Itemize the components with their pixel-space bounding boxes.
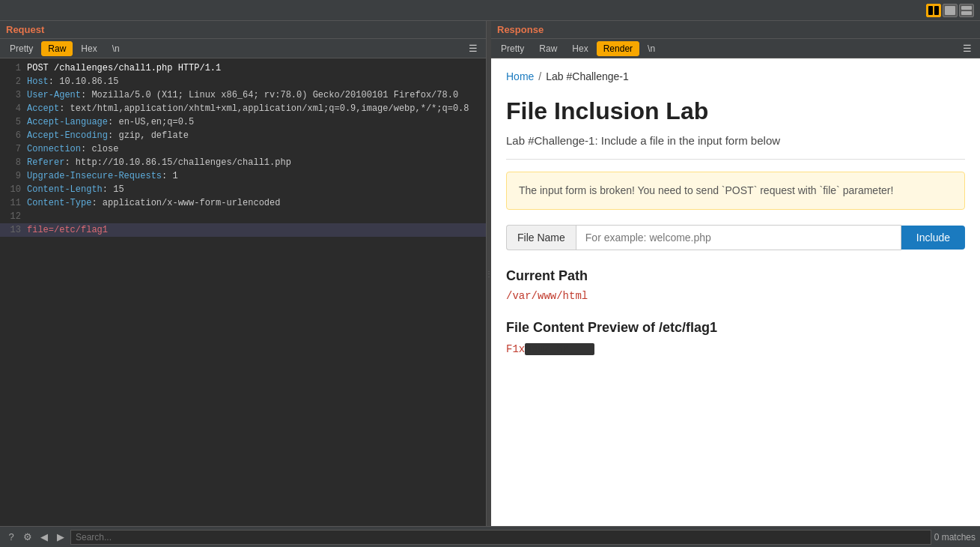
flag-value: F1xNpuZ_5r____ xyxy=(506,343,594,355)
response-panel: Response Pretty Raw Hex Render \n ☰ Home… xyxy=(491,21,980,526)
svg-rect-3 xyxy=(961,6,972,10)
code-line-9: 9 Upgrade-Insecure-Requests: 1 xyxy=(0,169,486,183)
file-preview-title: File Content Preview of /etc/flag1 xyxy=(506,320,965,336)
code-line-7: 7 Connection: close xyxy=(0,142,486,156)
tab-pretty-request[interactable]: Pretty xyxy=(3,41,40,56)
request-panel: Request Pretty Raw Hex \n ☰ 1 POST /chal… xyxy=(0,21,487,526)
response-content-area: Home / Lab #Challenge-1 File Inclusion L… xyxy=(491,58,980,526)
request-panel-header: Request xyxy=(0,21,486,39)
flag-redacted: NpuZ_5r____ xyxy=(525,343,594,355)
response-tabs: Pretty Raw Hex Render \n ☰ xyxy=(491,39,980,58)
search-input[interactable] xyxy=(70,530,931,545)
tab-hex-response[interactable]: Hex xyxy=(565,41,594,56)
breadcrumb-home[interactable]: Home xyxy=(506,70,534,82)
top-toolbar xyxy=(0,0,980,21)
settings-icon[interactable]: ⚙ xyxy=(21,531,34,544)
code-line-10: 10 Content-Length: 15 xyxy=(0,183,486,196)
main-area: Request Pretty Raw Hex \n ☰ 1 POST /chal… xyxy=(0,21,980,526)
code-line-5: 5 Accept-Language: en-US,en;q=0.5 xyxy=(0,115,486,129)
prev-match-icon[interactable]: ◀ xyxy=(37,531,51,544)
svg-rect-4 xyxy=(961,11,972,15)
single-view-btn[interactable] xyxy=(943,4,958,17)
tab-raw-response[interactable]: Raw xyxy=(532,41,564,56)
svg-rect-0 xyxy=(928,6,933,15)
file-name-label: File Name xyxy=(506,225,576,250)
compact-view-btn[interactable] xyxy=(959,4,974,17)
code-line-8: 8 Referer: http://10.10.86.15/challenges… xyxy=(0,156,486,169)
code-line-4: 4 Accept: text/html,application/xhtml+xm… xyxy=(0,102,486,115)
file-form: File Name Include xyxy=(506,225,965,250)
response-panel-header: Response xyxy=(491,21,980,39)
code-line-13: 13 file=/etc/flag1 xyxy=(0,223,486,237)
code-line-2: 2 Host: 10.10.86.15 xyxy=(0,75,486,88)
tab-hex-request[interactable]: Hex xyxy=(74,41,103,56)
tab-raw-request[interactable]: Raw xyxy=(41,41,73,56)
svg-rect-1 xyxy=(934,6,939,15)
bottom-bar: ? ⚙ ◀ ▶ 0 matches xyxy=(0,526,980,547)
tab-newline-request[interactable]: \n xyxy=(106,41,127,56)
menu-icon-response[interactable]: ☰ xyxy=(958,40,977,56)
request-tabs: Pretty Raw Hex \n ☰ xyxy=(0,39,486,58)
breadcrumb: Home / Lab #Challenge-1 xyxy=(506,70,965,82)
code-line-12: 12 xyxy=(0,210,486,223)
match-count: 0 matches xyxy=(934,532,976,543)
menu-icon-request[interactable]: ☰ xyxy=(463,40,483,56)
file-name-input[interactable] xyxy=(576,225,901,250)
tab-newline-response[interactable]: \n xyxy=(641,41,662,56)
next-match-icon[interactable]: ▶ xyxy=(54,531,67,544)
code-line-1: 1 POST /challenges/chall1.php HTTP/1.1 xyxy=(0,61,486,75)
tab-pretty-response[interactable]: Pretty xyxy=(494,41,531,56)
include-button[interactable]: Include xyxy=(901,226,965,250)
breadcrumb-sep: / xyxy=(538,70,541,82)
svg-rect-2 xyxy=(945,6,955,15)
warning-box: The input form is broken! You need to se… xyxy=(506,172,965,210)
request-code-area: 1 POST /challenges/chall1.php HTTP/1.1 2… xyxy=(0,58,486,526)
breadcrumb-current: Lab #Challenge-1 xyxy=(546,70,629,82)
page-title: File Inclusion Lab xyxy=(506,97,965,125)
tab-render-response[interactable]: Render xyxy=(597,41,639,56)
columns-view-btn[interactable] xyxy=(926,4,941,17)
page-subtitle: Lab #Challenge-1: Include a file in the … xyxy=(506,134,965,160)
current-path-value: /var/www/html xyxy=(506,290,965,302)
code-line-6: 6 Accept-Encoding: gzip, deflate xyxy=(0,129,486,142)
help-icon[interactable]: ? xyxy=(4,531,18,544)
code-line-11: 11 Content-Type: application/x-www-form-… xyxy=(0,196,486,210)
current-path-label: Current Path xyxy=(506,268,965,284)
code-line-3: 3 User-Agent: Mozilla/5.0 (X11; Linux x8… xyxy=(0,88,486,102)
